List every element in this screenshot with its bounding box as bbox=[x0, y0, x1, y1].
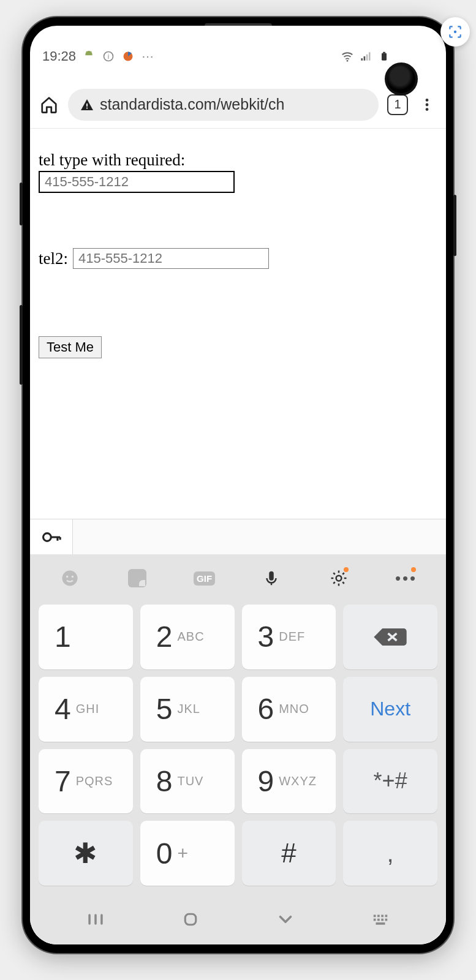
key-7[interactable]: 7PQRS bbox=[39, 749, 133, 814]
status-bar: 19:28 i ⋯ bbox=[30, 26, 446, 69]
tel1-input[interactable] bbox=[39, 171, 235, 193]
key-9[interactable]: 9WXYZ bbox=[242, 749, 336, 814]
home-button[interactable] bbox=[39, 94, 59, 115]
svg-point-12 bbox=[43, 533, 51, 541]
svg-text:i: i bbox=[108, 53, 109, 60]
key-comma[interactable]: , bbox=[343, 821, 437, 886]
key-4[interactable]: 4GHI bbox=[39, 677, 133, 742]
camera-hole bbox=[385, 62, 418, 96]
svg-point-9 bbox=[426, 99, 429, 102]
key-backspace[interactable] bbox=[343, 605, 437, 669]
svg-rect-7 bbox=[86, 104, 88, 107]
mic-icon[interactable] bbox=[258, 565, 285, 592]
keypad: 1 2ABC 3DEF 4GHI 5JKL 6MNO Next 7PQRS bbox=[30, 602, 446, 894]
svg-rect-26 bbox=[385, 919, 387, 921]
svg-point-10 bbox=[426, 103, 429, 106]
more-icon: ⋯ bbox=[141, 50, 154, 63]
svg-rect-8 bbox=[86, 107, 88, 108]
key-hash[interactable]: # bbox=[242, 821, 336, 886]
svg-rect-18 bbox=[185, 914, 196, 925]
browser-icon bbox=[121, 50, 135, 63]
screenshot-fab[interactable] bbox=[440, 17, 470, 47]
tel2-input[interactable] bbox=[73, 248, 269, 269]
tel2-label: tel2: bbox=[39, 249, 68, 268]
recent-apps-button[interactable] bbox=[81, 905, 110, 934]
key-8[interactable]: 8TUV bbox=[140, 749, 235, 814]
svg-rect-22 bbox=[385, 915, 387, 918]
web-content: tel type with required: tel2: Test Me bbox=[30, 129, 446, 944]
soft-keyboard: GIF ••• bbox=[30, 554, 446, 894]
sticker-icon[interactable] bbox=[124, 565, 151, 592]
info-icon: i bbox=[102, 50, 115, 63]
tab-switcher[interactable]: 1 bbox=[387, 94, 408, 115]
kb-more-icon[interactable]: ••• bbox=[393, 565, 420, 592]
svg-point-4 bbox=[347, 60, 349, 62]
address-bar[interactable]: standardista.com/webkit/ch bbox=[68, 89, 379, 121]
svg-rect-24 bbox=[377, 919, 380, 921]
svg-point-0 bbox=[454, 31, 456, 33]
key-1[interactable]: 1 bbox=[39, 605, 133, 669]
autofill-suggestions[interactable] bbox=[73, 519, 446, 555]
keyboard-layout-button[interactable] bbox=[366, 905, 395, 934]
url-text: standardista.com/webkit/ch bbox=[100, 96, 285, 113]
emoji-icon[interactable] bbox=[56, 565, 83, 592]
key-next[interactable]: Next bbox=[343, 677, 437, 742]
hide-keyboard-button[interactable] bbox=[271, 905, 300, 934]
svg-rect-6 bbox=[383, 52, 385, 53]
key-5[interactable]: 5JKL bbox=[140, 677, 235, 742]
svg-rect-25 bbox=[381, 919, 383, 921]
svg-rect-23 bbox=[373, 919, 376, 921]
svg-rect-19 bbox=[373, 915, 376, 918]
battery-icon bbox=[377, 50, 391, 63]
test-button[interactable]: Test Me bbox=[39, 336, 102, 358]
password-key-icon[interactable] bbox=[30, 519, 73, 555]
key-6[interactable]: 6MNO bbox=[242, 677, 336, 742]
key-0[interactable]: 0+ bbox=[140, 821, 235, 886]
svg-rect-16 bbox=[270, 571, 274, 581]
browser-menu-button[interactable] bbox=[417, 94, 437, 115]
svg-rect-27 bbox=[376, 922, 385, 925]
key-3[interactable]: 3DEF bbox=[242, 605, 336, 669]
svg-rect-20 bbox=[377, 915, 380, 918]
svg-point-15 bbox=[72, 576, 74, 578]
power-button bbox=[453, 195, 456, 256]
tab-count: 1 bbox=[394, 97, 401, 111]
svg-point-14 bbox=[66, 576, 69, 578]
tel1-label: tel type with required: bbox=[39, 151, 437, 170]
key-symbols[interactable]: *+# bbox=[343, 749, 437, 814]
nav-bar bbox=[30, 894, 446, 944]
phone-frame: 19:28 i ⋯ bbox=[23, 17, 453, 953]
autofill-strip bbox=[30, 519, 446, 556]
svg-point-17 bbox=[336, 576, 342, 581]
gif-icon[interactable]: GIF bbox=[191, 565, 218, 592]
svg-rect-21 bbox=[381, 915, 383, 918]
home-nav-button[interactable] bbox=[176, 905, 205, 934]
svg-rect-5 bbox=[382, 53, 387, 61]
svg-point-11 bbox=[426, 108, 429, 111]
volume-up-button bbox=[20, 183, 23, 225]
settings-icon[interactable] bbox=[325, 565, 352, 592]
svg-point-13 bbox=[62, 571, 77, 586]
signal-icon bbox=[359, 50, 372, 63]
key-star[interactable]: ✱ bbox=[39, 821, 133, 886]
keyboard-toolbar: GIF ••• bbox=[30, 554, 446, 602]
key-2[interactable]: 2ABC bbox=[140, 605, 235, 669]
browser-toolbar: standardista.com/webkit/ch 1 bbox=[30, 81, 446, 129]
android-icon bbox=[82, 50, 96, 63]
volume-down-button bbox=[20, 305, 23, 385]
status-time: 19:28 bbox=[42, 48, 76, 64]
wifi-icon bbox=[341, 50, 354, 63]
insecure-site-icon bbox=[79, 97, 95, 113]
